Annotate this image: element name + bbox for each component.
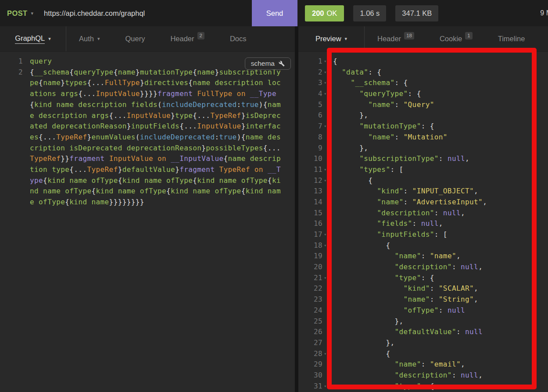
code-line: 2{__schema{queryType{name}mutationType{n… [0, 67, 295, 208]
fold-icon[interactable]: ▾ [322, 89, 328, 100]
fold-icon[interactable]: ▾ [322, 175, 328, 186]
code-text: "description": null, [328, 370, 483, 381]
code-text: "name": "Mutation" [328, 132, 448, 143]
fold-spacer [322, 327, 328, 338]
code-line: 24 "ofType": null [298, 305, 548, 316]
fold-icon[interactable]: ▾ [322, 56, 328, 67]
wrench-icon [279, 61, 285, 67]
code-line: 21▾ "type": { [298, 273, 548, 284]
fold-spacer [322, 208, 328, 219]
code-line: 4▾ "queryType": { [298, 89, 548, 100]
response-preview-editor[interactable]: 1▾{2▾ "data": {3▾ "__schema": {4▾ "query… [298, 52, 548, 392]
tab-auth[interactable]: Auth▾ [66, 26, 112, 51]
tab-header[interactable]: Header18 [365, 26, 427, 51]
code-text: "kind": "INPUT_OBJECT", [328, 186, 478, 197]
request-tabbar: GraphQL▾Auth▾QueryHeader2Docs [0, 26, 295, 52]
fold-icon[interactable]: ▾ [322, 240, 328, 251]
tab-label: Docs [230, 35, 247, 43]
fold-icon[interactable]: ▾ [322, 381, 328, 392]
code-text: "type": { [328, 273, 434, 284]
fold-spacer [322, 316, 328, 327]
tab-graphql[interactable]: GraphQL▾ [0, 26, 66, 51]
line-number: 13 [298, 186, 322, 197]
line-number: 1 [298, 56, 322, 67]
code-text: "__schema": { [328, 78, 408, 89]
line-number: 16 [298, 218, 322, 229]
line-number: 27 [298, 338, 322, 349]
tab-label: Header [377, 35, 401, 43]
code-text: { [328, 349, 390, 360]
fold-icon[interactable]: ▾ [322, 349, 328, 360]
code-line: 7▾ "mutationType": { [298, 121, 548, 132]
panes-row: GraphQL▾Auth▾QueryHeader2Docs 1query2{__… [0, 26, 548, 392]
tab-header[interactable]: Header2 [158, 26, 217, 51]
method-dropdown[interactable]: POST ▾ [7, 9, 33, 18]
line-number: 7 [298, 121, 322, 132]
code-line: 17▾ "inputFields": [ [298, 229, 548, 240]
fold-icon[interactable]: ▾ [322, 229, 328, 240]
line-number: 2 [0, 67, 23, 208]
chevron-down-icon: ▾ [97, 36, 100, 42]
tab-label: Preview [315, 35, 341, 43]
line-number: 18 [298, 240, 322, 251]
code-line: 8 "name": "Mutation" [298, 132, 548, 143]
fold-icon[interactable]: ▾ [322, 67, 328, 78]
schema-button-label: schema [251, 60, 275, 68]
code-line: 31▾ "type": { [298, 381, 548, 392]
fold-spacer [322, 132, 328, 143]
line-number: 4 [298, 89, 322, 100]
fold-icon[interactable]: ▾ [322, 78, 328, 89]
fold-icon[interactable]: ▾ [322, 164, 328, 175]
pane-divider[interactable] [295, 26, 298, 392]
code-text: "data": { [328, 67, 381, 78]
method-label: POST [7, 9, 28, 18]
code-text: "subscriptionType": null, [328, 153, 469, 164]
tab-label: GraphQL [15, 34, 45, 44]
response-pane: Preview▾Header18Cookie1Timeline 1▾{2▾ "d… [298, 26, 548, 392]
response-tabbar: Preview▾Header18Cookie1Timeline [298, 26, 548, 52]
fold-spacer [322, 359, 328, 370]
line-number: 30 [298, 370, 322, 381]
fold-spacer [322, 251, 328, 262]
time-badge: 1.06 s [353, 5, 386, 21]
code-line: 13 "kind": "INPUT_OBJECT", [298, 186, 548, 197]
tab-count-badge: 18 [404, 32, 414, 40]
code-text: "types": [ [328, 164, 404, 175]
app-window: POST ▾ Send 200 OK 1.06 s 347.1 KB 9 M G… [0, 0, 548, 392]
line-number: 28 [298, 349, 322, 360]
code-line: 25 }, [298, 316, 548, 327]
fold-icon[interactable]: ▾ [322, 273, 328, 284]
code-line: 3▾ "__schema": { [298, 78, 548, 89]
tab-timeline[interactable]: Timeline [485, 26, 538, 51]
code-line: 27 }, [298, 338, 548, 349]
line-number: 29 [298, 359, 322, 370]
status-badge: 200 OK [305, 5, 344, 21]
fold-spacer [322, 143, 328, 154]
code-line: 28▾ { [298, 349, 548, 360]
tab-label: Query [125, 35, 145, 43]
code-text: }, [328, 143, 368, 154]
code-text: "name": "name", [328, 251, 461, 262]
tab-docs[interactable]: Docs [217, 26, 259, 51]
code-text: {__schema{queryType{name}mutationType{na… [30, 67, 281, 208]
code-text: "name": "AdvertiseInput", [328, 197, 487, 208]
fold-spacer [322, 370, 328, 381]
code-line: 5 "name": "Query" [298, 100, 548, 110]
tab-preview[interactable]: Preview▾ [298, 26, 365, 51]
code-line: 2▾ "data": { [298, 67, 548, 78]
code-text: "name": "Query" [328, 100, 434, 110]
tab-label: Header [170, 35, 194, 43]
fold-spacer [322, 197, 328, 208]
send-button[interactable]: Send [252, 0, 297, 26]
response-meta-bar: 200 OK 1.06 s 347.1 KB 9 M [297, 0, 548, 26]
tab-label: Auth [79, 35, 94, 43]
fold-icon[interactable]: ▾ [322, 121, 328, 132]
schema-button[interactable]: schema [245, 57, 291, 70]
tab-query[interactable]: Query [112, 26, 158, 51]
line-number: 2 [298, 67, 322, 78]
url-input[interactable] [44, 9, 252, 18]
code-line: 22 "kind": "SCALAR", [298, 283, 548, 294]
tab-count-badge: 1 [465, 32, 472, 40]
graphql-query-editor[interactable]: 1query2{__schema{queryType{name}mutation… [0, 52, 295, 392]
tab-cookie[interactable]: Cookie1 [427, 26, 485, 51]
